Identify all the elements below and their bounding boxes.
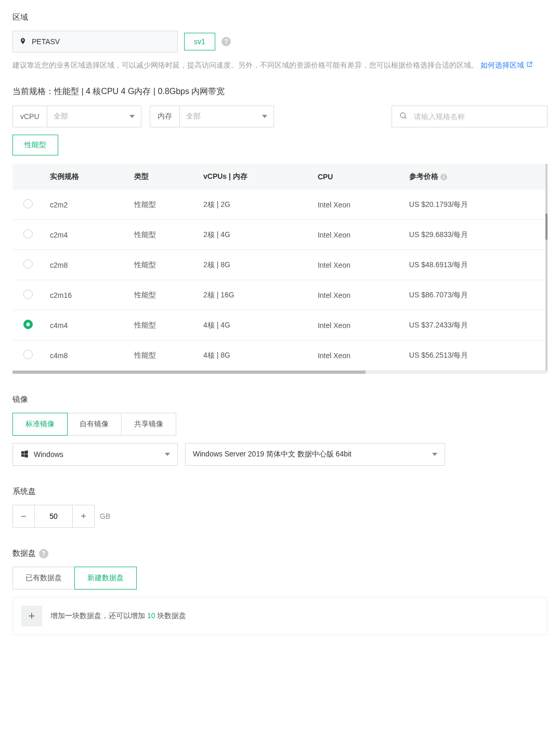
cell-cpu: Intel Xeon (311, 220, 403, 250)
cell-price: US $37.2433/每月 (403, 310, 548, 341)
image-tab[interactable]: 共享镜像 (122, 413, 176, 435)
image-tabs: 标准镜像自有镜像共享镜像 (12, 413, 176, 436)
windows-icon (20, 450, 29, 460)
cell-spec: c2m8 (44, 250, 128, 280)
data-disk-tab[interactable]: 新建数据盘 (74, 567, 137, 590)
cell-price: US $56.2513/每月 (403, 341, 548, 371)
os-version-select[interactable]: Windows Server 2019 简体中文 数据中心版 64bit (185, 443, 445, 466)
cell-price: US $29.6833/每月 (403, 220, 548, 250)
region-value: PETASV (32, 37, 60, 46)
cell-type: 性能型 (128, 341, 197, 371)
cell-type: 性能型 (128, 220, 197, 250)
radio[interactable] (23, 290, 33, 299)
cell-spec: c4m8 (44, 341, 128, 371)
chevron-down-icon (165, 453, 170, 456)
vcpu-filter[interactable]: vCPU 全部 (12, 106, 141, 127)
cell-vcpu-mem: 2核 | 2G (197, 190, 311, 220)
cell-vcpu-mem: 2核 | 8G (197, 250, 311, 280)
spec-search[interactable] (392, 106, 548, 127)
zone-tag[interactable]: sv1 (184, 33, 215, 50)
region-hint: 建议靠近您的业务区域选择区域，可以减少网络时延，提高访问速度。另外，不同区域的资… (12, 59, 548, 72)
add-disk-text: 增加一块数据盘，还可以增加 10 块数据盘 (50, 611, 186, 621)
cell-vcpu-mem: 2核 | 16G (197, 280, 311, 310)
radio[interactable] (23, 199, 33, 208)
decrease-button[interactable]: − (13, 505, 35, 527)
cell-price: US $48.6913/每月 (403, 250, 548, 280)
table-row[interactable]: c2m4 性能型 2核 | 4G Intel Xeon US $29.6833/… (12, 220, 548, 250)
image-tab[interactable]: 标准镜像 (12, 413, 68, 436)
cell-type: 性能型 (128, 250, 197, 280)
vertical-scrollbar[interactable] (545, 164, 548, 371)
mem-filter[interactable]: 内存 全部 (150, 106, 274, 127)
cell-cpu: Intel Xeon (311, 341, 403, 371)
cell-type: 性能型 (128, 310, 197, 341)
increase-button[interactable]: + (72, 505, 94, 527)
table-row[interactable]: c2m16 性能型 2核 | 16G Intel Xeon US $86.707… (12, 280, 548, 310)
spec-search-input[interactable] (414, 112, 540, 121)
help-icon[interactable]: ? (222, 37, 231, 46)
cell-cpu: Intel Xeon (311, 250, 403, 280)
th-type: 类型 (128, 164, 197, 190)
cell-spec: c4m4 (44, 310, 128, 341)
cell-cpu: Intel Xeon (311, 190, 403, 220)
cell-spec: c2m2 (44, 190, 128, 220)
spec-type-tab[interactable]: 性能型 (12, 135, 58, 155)
radio[interactable] (23, 320, 33, 329)
data-disk-tabs: 已有数据盘新建数据盘 (12, 567, 137, 590)
table-row[interactable]: c4m8 性能型 4核 | 8G Intel Xeon US $56.2513/… (12, 341, 548, 371)
mem-label: 内存 (150, 106, 180, 127)
th-spec: 实例规格 (44, 164, 128, 190)
chevron-down-icon (432, 453, 437, 456)
cell-spec: c2m4 (44, 220, 128, 250)
os-select[interactable]: Windows (12, 443, 178, 466)
cell-cpu: Intel Xeon (311, 280, 403, 310)
svg-line-1 (405, 117, 406, 119)
table-row[interactable]: c2m8 性能型 2核 | 8G Intel Xeon US $48.6913/… (12, 250, 548, 280)
horizontal-scrollbar[interactable] (12, 371, 548, 374)
th-vcpu-mem: vCPUs | 内存 (197, 164, 311, 190)
cell-vcpu-mem: 2核 | 4G (197, 220, 311, 250)
external-link-icon (526, 59, 533, 72)
cell-type: 性能型 (128, 280, 197, 310)
radio[interactable] (23, 229, 33, 239)
svg-point-0 (400, 113, 405, 117)
help-icon[interactable]: ? (39, 549, 48, 558)
cell-price: US $20.1793/每月 (403, 190, 548, 220)
system-disk-input[interactable] (35, 505, 72, 527)
spec-table: 实例规格 类型 vCPUs | 内存 CPU 参考价格i c2m2 性能型 2核… (12, 164, 548, 371)
image-label: 镜像 (12, 395, 548, 404)
system-disk-stepper: − + (12, 505, 95, 528)
table-row[interactable]: c4m4 性能型 4核 | 4G Intel Xeon US $37.2433/… (12, 310, 548, 341)
horizontal-scrollbar-thumb[interactable] (12, 371, 366, 374)
region-help-link[interactable]: 如何选择区域 (480, 59, 533, 72)
data-disk-tab[interactable]: 已有数据盘 (13, 567, 75, 589)
chevron-down-icon (129, 115, 135, 118)
region-select[interactable]: PETASV (12, 31, 178, 53)
cell-spec: c2m16 (44, 280, 128, 310)
data-disk-label: 数据盘 ? (12, 548, 548, 558)
cell-vcpu-mem: 4核 | 8G (197, 341, 311, 371)
system-disk-label: 系统盘 (12, 487, 548, 496)
location-icon (19, 37, 27, 47)
vcpu-label: vCPU (13, 106, 47, 127)
cell-type: 性能型 (128, 190, 197, 220)
cell-vcpu-mem: 4核 | 4G (197, 310, 311, 341)
cell-price: US $86.7073/每月 (403, 280, 548, 310)
info-icon[interactable]: i (440, 174, 447, 180)
current-spec-label: 当前规格：性能型 | 4 核CPU 4 G内存 | 0.8Gbps 内网带宽 (12, 86, 548, 97)
disk-unit: GB (100, 512, 110, 520)
th-price: 参考价格i (403, 164, 548, 190)
image-tab[interactable]: 自有镜像 (67, 413, 122, 435)
th-cpu: CPU (311, 164, 403, 190)
chevron-down-icon (262, 115, 267, 118)
search-icon (399, 112, 408, 122)
cell-cpu: Intel Xeon (311, 310, 403, 341)
radio[interactable] (23, 350, 33, 359)
radio[interactable] (23, 259, 33, 269)
vertical-scrollbar-thumb[interactable] (545, 214, 548, 240)
add-disk-panel: + 增加一块数据盘，还可以增加 10 块数据盘 (12, 597, 548, 635)
table-row[interactable]: c2m2 性能型 2核 | 2G Intel Xeon US $20.1793/… (12, 190, 548, 220)
add-disk-button[interactable]: + (21, 606, 42, 626)
region-label: 区域 (12, 12, 548, 22)
